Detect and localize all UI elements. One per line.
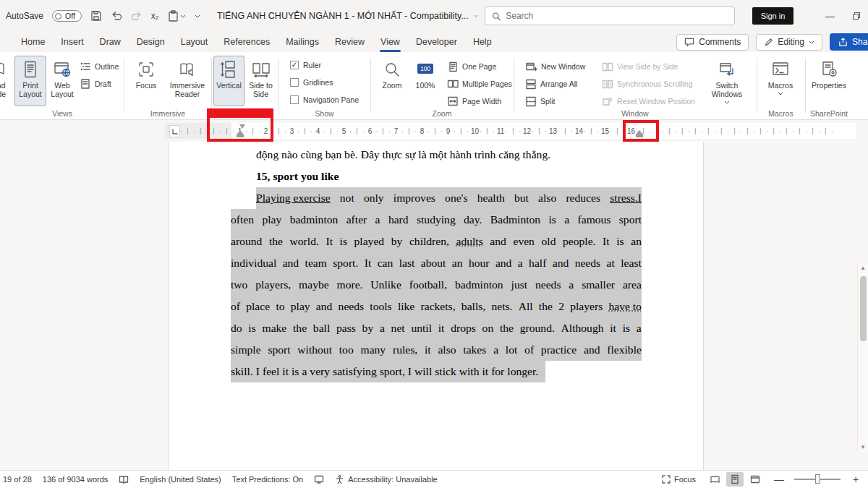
- language-indicator[interactable]: English (United States): [140, 475, 221, 484]
- gridlines-checkbox[interactable]: [290, 78, 299, 87]
- ruler-checkbox-checked[interactable]: ✓: [290, 61, 299, 69]
- print-layout-button[interactable]: Print Layout: [14, 56, 46, 106]
- qat-more-chevron-icon[interactable]: [195, 14, 200, 18]
- zoom-out-button[interactable]: —: [774, 474, 784, 485]
- selected-text-line[interactable]: individualandteamsport.Itcanlastaboutanh…: [231, 252, 642, 274]
- navigation-pane-checkbox-row[interactable]: Navigation Pane: [290, 95, 359, 104]
- ruler-row: ·|·|·|·|·|·1·|·2·|·3·|·4·|·5·|·6·|·7·|·8…: [0, 120, 868, 142]
- new-window-button[interactable]: New Window: [525, 59, 585, 74]
- side-to-side-button[interactable]: Side to Side: [245, 56, 276, 106]
- outline-button[interactable]: Outline: [80, 59, 119, 74]
- autosave-toggle[interactable]: Off: [52, 10, 82, 22]
- tab-layout[interactable]: Layout: [173, 32, 216, 52]
- subscript-button[interactable]: x₂: [151, 11, 159, 21]
- scroll-up-arrow[interactable]: ▲: [860, 265, 866, 271]
- zoom-slider-handle[interactable]: [815, 474, 820, 484]
- display-settings-button[interactable]: [314, 475, 324, 484]
- selected-text-line[interactable]: simplesportwithouttoomanyrules,italsotak…: [231, 339, 642, 361]
- multiple-pages-icon: [447, 79, 459, 90]
- editing-mode-button[interactable]: Editing: [756, 34, 822, 51]
- sharepoint-group-label: SharePoint: [805, 109, 853, 118]
- gridlines-checkbox-row[interactable]: Gridlines: [290, 78, 333, 87]
- focus-mode-button[interactable]: Focus: [662, 475, 696, 484]
- tab-draw[interactable]: Draw: [92, 32, 129, 52]
- navigation-pane-checkbox[interactable]: [290, 95, 299, 104]
- arrange-all-button[interactable]: Arrange All: [525, 77, 577, 91]
- web-layout-button[interactable]: Web Layout: [46, 56, 78, 106]
- tab-selector[interactable]: [169, 125, 180, 137]
- share-button[interactable]: Share: [830, 33, 868, 51]
- sign-in-button[interactable]: Sign in: [752, 7, 793, 25]
- tab-review[interactable]: Review: [327, 32, 373, 52]
- properties-button[interactable]: Properties: [808, 56, 850, 106]
- switch-windows-button[interactable]: Switch Windows: [706, 56, 748, 106]
- page-width-button[interactable]: Page Width: [447, 94, 501, 108]
- document-title[interactable]: TIẾNG ANH CHUYÊN NGÀNH 1 - MỚI NHẤT - Co…: [217, 0, 477, 32]
- new-window-icon: [525, 61, 537, 72]
- document-page[interactable]: động nào cùng bạn bè. Đây thực sự là một…: [168, 142, 704, 470]
- chevron-down-icon: [724, 100, 730, 104]
- read-mode-view-button[interactable]: [706, 472, 723, 487]
- tab-view[interactable]: View: [373, 32, 408, 52]
- proofing-errors-button[interactable]: [119, 475, 129, 484]
- search-box[interactable]: [485, 7, 735, 25]
- selected-text-line[interactable]: aroundtheworld.Itisplayedbychildren,adul…: [231, 231, 642, 252]
- page-indicator[interactable]: 19 of 28: [3, 475, 32, 484]
- zoom-button[interactable]: Zoom: [376, 56, 408, 106]
- zoom-in-button[interactable]: +: [851, 474, 861, 485]
- draft-button[interactable]: Draft: [80, 77, 111, 91]
- vertical-button[interactable]: Vertical: [213, 56, 244, 106]
- minimize-button[interactable]: —: [825, 11, 835, 22]
- immersive-reader-button[interactable]: Immersive Reader: [166, 56, 208, 106]
- one-page-button[interactable]: One Page: [447, 59, 496, 74]
- read-mode-button[interactable]: Read Mode: [0, 56, 14, 106]
- selected-text-line[interactable]: Playing exercisenotonlyimprovesone'sheal…: [256, 187, 642, 209]
- heading-line[interactable]: 15, sport you like: [256, 166, 642, 187]
- tabrow-right-buttons: Comments Editing Share: [676, 33, 868, 51]
- scroll-down-arrow[interactable]: ▼: [860, 444, 866, 450]
- tab-design[interactable]: Design: [129, 32, 173, 52]
- ruler-checkbox-row[interactable]: ✓ Ruler: [290, 61, 321, 69]
- search-input[interactable]: [506, 11, 728, 21]
- zoom-100-button[interactable]: 100 100%: [409, 56, 441, 106]
- selected-text-line[interactable]: twoplayers,maybemore.Unlikefootball,badm…: [231, 274, 642, 296]
- selected-text-line[interactable]: doismaketheballpassbyanetuntilitdropsont…: [231, 317, 642, 339]
- comments-button[interactable]: Comments: [676, 34, 749, 51]
- scrollbar-thumb[interactable]: [860, 276, 867, 341]
- save-button[interactable]: [90, 10, 102, 22]
- tab-help[interactable]: Help: [465, 32, 500, 52]
- tab-mailings[interactable]: Mailings: [278, 32, 327, 52]
- paragraph-line[interactable]: động nào cùng bạn bè. Đây thực sự là một…: [256, 144, 642, 166]
- text-predictions-indicator[interactable]: Text Predictions: On: [232, 475, 303, 484]
- zoom-100-label: 100%: [416, 81, 435, 90]
- word-count[interactable]: 136 of 9034 words: [43, 475, 109, 484]
- selected-paragraph[interactable]: Playing exercisenotonlyimprovesone'sheal…: [231, 187, 642, 382]
- focus-button[interactable]: Focus: [129, 56, 163, 106]
- web-layout-view-button[interactable]: [746, 472, 764, 487]
- undo-button[interactable]: [111, 10, 122, 22]
- vertical-scrollbar[interactable]: ▲ ▼: [857, 263, 868, 452]
- tab-references[interactable]: References: [216, 32, 278, 52]
- synchronous-scrolling-button[interactable]: Synchronous Scrolling: [602, 77, 692, 91]
- reset-window-position-button[interactable]: Reset Window Position: [602, 94, 695, 108]
- tab-home[interactable]: Home: [13, 32, 53, 52]
- selected-text-line[interactable]: skill.Ifeelitisaverysatisfyingsport,Iwil…: [231, 361, 545, 382]
- multiple-pages-button[interactable]: Multiple Pages: [447, 77, 512, 91]
- zoom-slider[interactable]: [794, 479, 841, 480]
- selected-text-line[interactable]: oftenplaybadmintonafterahardstudyingday.…: [231, 209, 642, 231]
- one-page-label: One Page: [462, 62, 496, 71]
- split-button[interactable]: Split: [525, 94, 555, 108]
- immersive-reader-label: Immersive Reader: [167, 81, 208, 98]
- tab-insert[interactable]: Insert: [53, 32, 91, 52]
- accessibility-indicator[interactable]: Accessibility: Unavailable: [335, 474, 438, 484]
- paste-button[interactable]: [168, 10, 186, 22]
- vertical-label: Vertical: [216, 81, 241, 90]
- redo-button[interactable]: [131, 10, 142, 22]
- restore-window-button[interactable]: [852, 12, 861, 20]
- undo-icon: [111, 10, 122, 22]
- macros-button[interactable]: Macros: [762, 56, 799, 106]
- tab-developer[interactable]: Developer: [408, 32, 465, 52]
- view-side-by-side-button[interactable]: View Side by Side: [602, 59, 678, 74]
- selected-text-line[interactable]: ofplacetoplayandneedstoolslikerackets,ba…: [231, 296, 642, 317]
- print-layout-view-button[interactable]: [726, 472, 744, 487]
